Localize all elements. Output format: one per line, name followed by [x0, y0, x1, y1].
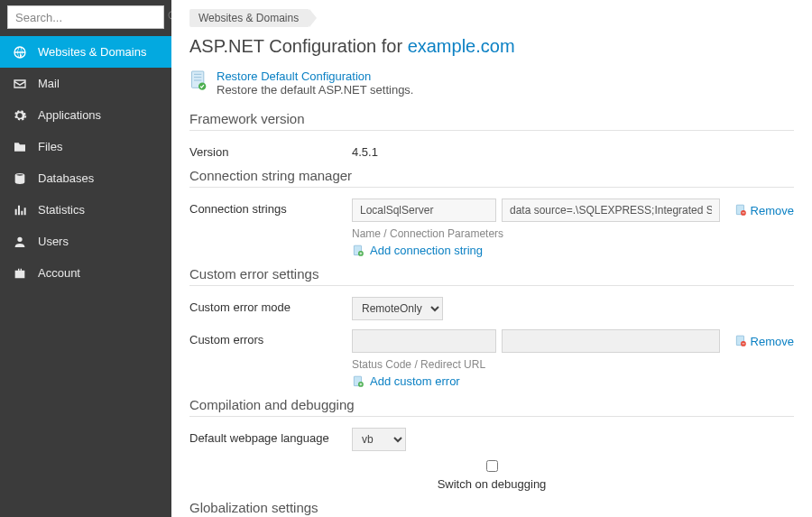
add-custom-error-button[interactable]: Add custom error: [352, 374, 794, 388]
error-status-input[interactable]: [352, 329, 496, 353]
sidebar-item-label: Applications: [38, 108, 101, 122]
section-custom-errors: Custom error settings: [189, 266, 794, 286]
sidebar-item-label: Statistics: [38, 203, 85, 217]
label-default-lang: Default webpage language: [189, 428, 352, 445]
folder-icon: [13, 140, 27, 154]
page-title: ASP.NET Configuration for example.com: [189, 36, 794, 57]
label-error-mode: Custom error mode: [189, 297, 352, 314]
section-compilation: Compilation and debugging: [189, 397, 794, 417]
label-switch-debug: Switch on debugging: [438, 477, 547, 491]
search-input[interactable]: [15, 11, 167, 24]
add-conn-label: Add connection string: [370, 244, 483, 257]
stats-icon: [13, 203, 27, 217]
section-connection-manager: Connection string manager: [189, 168, 794, 188]
conn-params-input[interactable]: [502, 198, 720, 222]
sidebar: Websites & Domains Mail Applications Fil…: [0, 0, 171, 517]
svg-rect-9: [742, 344, 744, 345]
remove-label: Remove: [751, 335, 794, 348]
restore-icon: [189, 69, 208, 91]
search-box[interactable]: [7, 5, 164, 29]
add-error-label: Add custom error: [370, 374, 460, 388]
restore-default-desc: Restore the default ASP.NET settings.: [217, 83, 413, 97]
main-content: Websites & Domains ASP.NET Configuration…: [171, 0, 812, 517]
restore-default-block: Restore Default Configuration Restore th…: [189, 69, 794, 97]
switch-debugging-checkbox[interactable]: [486, 460, 498, 472]
sidebar-item-label: Mail: [38, 77, 60, 90]
remove-error-button[interactable]: Remove: [734, 335, 794, 348]
default-lang-select[interactable]: vb: [352, 428, 406, 451]
sidebar-item-account[interactable]: Account: [0, 257, 171, 289]
error-redirect-input[interactable]: [502, 329, 720, 353]
label-custom-errors: Custom errors: [189, 329, 352, 346]
sidebar-item-statistics[interactable]: Statistics: [0, 194, 171, 226]
sidebar-item-label: Users: [38, 235, 69, 248]
label-version: Version: [189, 142, 352, 159]
sidebar-item-label: Account: [38, 266, 80, 280]
page-title-domain[interactable]: example.com: [408, 36, 515, 56]
value-version: 4.5.1: [352, 142, 794, 159]
section-globalization: Globalization settings: [189, 500, 794, 517]
error-hint: Status Code / Redirect URL: [352, 358, 794, 371]
briefcase-icon: [13, 266, 27, 281]
conn-name-input[interactable]: [352, 198, 496, 222]
sidebar-item-databases[interactable]: Databases: [0, 162, 171, 194]
restore-default-link[interactable]: Restore Default Configuration: [217, 69, 413, 83]
gear-icon: [13, 108, 27, 123]
page-title-prefix: ASP.NET Configuration for: [189, 36, 408, 56]
sidebar-item-websites-domains[interactable]: Websites & Domains: [0, 36, 171, 68]
conn-hint: Name / Connection Parameters: [352, 227, 794, 240]
sidebar-item-applications[interactable]: Applications: [0, 99, 171, 131]
section-framework-version: Framework version: [189, 111, 794, 131]
sidebar-item-label: Files: [38, 140, 62, 153]
add-connection-string-button[interactable]: Add connection string: [352, 244, 794, 257]
svg-rect-4: [742, 213, 744, 214]
user-icon: [13, 235, 27, 249]
sidebar-item-mail[interactable]: Mail: [0, 68, 171, 99]
sidebar-item-users[interactable]: Users: [0, 226, 171, 257]
sidebar-item-label: Databases: [38, 171, 94, 185]
database-icon: [13, 171, 27, 186]
sidebar-item-label: Websites & Domains: [38, 45, 146, 59]
error-mode-select[interactable]: RemoteOnly: [352, 297, 443, 320]
label-connection-strings: Connection strings: [189, 198, 352, 216]
breadcrumb[interactable]: Websites & Domains: [189, 9, 309, 27]
globe-icon: [13, 45, 27, 60]
remove-connection-button[interactable]: Remove: [734, 204, 794, 217]
sidebar-item-files[interactable]: Files: [0, 131, 171, 162]
remove-label: Remove: [751, 204, 794, 217]
mail-icon: [13, 77, 27, 91]
